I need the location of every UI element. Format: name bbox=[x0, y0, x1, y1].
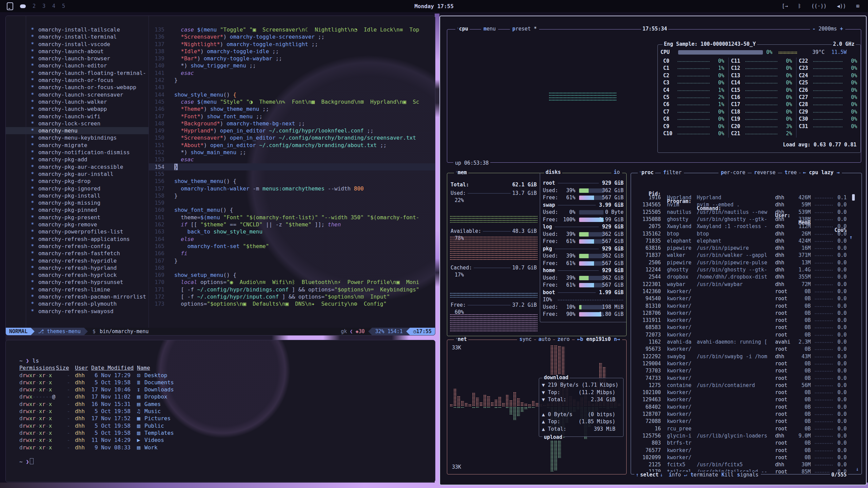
proc-row[interactable]: 2544dropbox/home/dhh/.dropbox-distdhh355… bbox=[636, 273, 859, 281]
code-line[interactable]: 158} bbox=[149, 192, 435, 199]
proc-row[interactable]: 16rcu_preeroot0B0.0 bbox=[636, 425, 859, 432]
file-list-item[interactable]: *omarchy-refresh-swayosd bbox=[6, 308, 149, 315]
file-list-item[interactable]: *omarchy-launch-or-focus bbox=[6, 77, 149, 84]
signals-button[interactable]: signals bbox=[736, 472, 760, 478]
file-list-item[interactable]: *omarchy-refresh-plymouth bbox=[6, 300, 149, 307]
file-list-item[interactable]: *omarchy-refresh-applications bbox=[6, 236, 149, 243]
code-line[interactable]: 163 back_to show_style_menu bbox=[149, 228, 435, 235]
proc-row[interactable]: 122301waybar/usr/bin/waybardhh72M0.0 bbox=[636, 281, 859, 288]
file-list-item[interactable]: *omarchy-launch-or-focus-webapp bbox=[6, 84, 149, 91]
interval-control[interactable]: - 2000ms + bbox=[811, 26, 844, 32]
proc-row[interactable]: 125756glycin-i/usr/lib/glycin-loadersdhh… bbox=[636, 432, 859, 440]
code-line[interactable]: 146 *Theme*) show_theme_menu ;; bbox=[149, 105, 435, 113]
terminal-window-shell[interactable]: ~ ❯ lsPermissionsSizeUserDate ModifiedNa… bbox=[5, 340, 435, 482]
shell-prompt-line[interactable]: ~ ❯ bbox=[19, 458, 432, 465]
code-line[interactable]: 161 theme=$(menu "Font" "$(omarchy-font-… bbox=[149, 214, 435, 221]
terminate-button[interactable]: terminate bbox=[689, 472, 719, 478]
file-list-item[interactable]: *omarchy-pkg-aur-accessible bbox=[6, 163, 149, 170]
proc-row[interactable]: 102100kworker/root0B0.0 bbox=[636, 389, 859, 396]
code-line[interactable]: 145 case $(menu "Style" "◑ Theme\n✎ Font… bbox=[149, 98, 435, 105]
sort-selector[interactable]: ← cpu lazy → bbox=[802, 169, 841, 176]
file-list-item[interactable]: *omarchy-pkg-ignored bbox=[6, 185, 149, 192]
proc-row[interactable]: 128706kworker/root0B0.0 bbox=[636, 310, 859, 317]
select-button[interactable]: select bbox=[640, 472, 658, 478]
code-line[interactable]: 157 omarchy-launch-walker -m menus:omarc… bbox=[149, 185, 435, 192]
file-list-pane[interactable]: *omarchy-install-tailscale*omarchy-insta… bbox=[6, 16, 149, 328]
proc-row[interactable]: 1275containe/usr/bin/containerdroot56M0.… bbox=[636, 382, 859, 389]
code-line[interactable]: 138 *Idle*) omarchy-toggle-idle ;; bbox=[149, 48, 435, 55]
proc-row[interactable]: 102099kworker/root0B0.0 bbox=[636, 454, 859, 461]
proc-row[interactable]: 76577kworker/root0B0.0 bbox=[636, 447, 859, 454]
proc-row[interactable]: 122292swaybg/usr/bin/swaybg -i /homdhh43… bbox=[636, 353, 859, 360]
file-list-item[interactable]: *omarchy-menu bbox=[6, 127, 149, 134]
code-line[interactable]: 155 bbox=[149, 170, 435, 178]
code-line[interactable]: 168 bbox=[149, 264, 435, 271]
code-line[interactable]: 135 case $(menu "Toggle" "▣ Screensaver\… bbox=[149, 26, 435, 33]
reverse-button[interactable]: reverse bbox=[753, 169, 776, 176]
file-list-item[interactable]: *omarchy-pkg-aur-install bbox=[6, 170, 149, 178]
proc-row[interactable]: 68583kworker/root0B0.0 bbox=[636, 324, 859, 331]
proc-row[interactable]: 803btrfs-trroot0B0.0 bbox=[636, 440, 859, 447]
btop-window[interactable]: ¹cpu menu preset * 17:55:34 - 2000ms + E… bbox=[439, 16, 867, 485]
file-list-item[interactable]: *omarchy-refresh-hyprsunset bbox=[6, 279, 149, 286]
preset-button[interactable]: preset * bbox=[511, 26, 538, 32]
tree-button[interactable]: tree bbox=[784, 169, 798, 176]
code-line[interactable]: 171 [ -f ~/.config/hypr/bindings.conf ] … bbox=[149, 286, 435, 293]
code-line[interactable]: 165 omarchy-font-set "$theme" bbox=[149, 243, 435, 250]
code-line[interactable]: 162 if [[ "$theme" == "CNCLD" || -z "$th… bbox=[149, 221, 435, 228]
file-list-item[interactable]: *omarchy-launch-browser bbox=[6, 55, 149, 62]
file-list-item[interactable]: *omarchy-pkg-remove bbox=[6, 221, 149, 228]
proc-row[interactable]: 68402kworker/root0B0.0 bbox=[636, 404, 859, 411]
code-line[interactable]: 143 bbox=[149, 84, 435, 91]
code-line[interactable]: 153 esac bbox=[149, 156, 435, 163]
menu-button[interactable]: menu bbox=[482, 26, 497, 32]
proc-row[interactable]: 63816pipewire/usr/bin/pipewiredhh16M0.0 bbox=[636, 245, 859, 252]
file-list-item[interactable]: *omarchy-install-vscode bbox=[6, 41, 149, 48]
file-list-item[interactable]: *omarchy-pkg-missing bbox=[6, 199, 149, 206]
file-list-item[interactable]: *omarchy-notification-dismiss bbox=[6, 149, 149, 156]
per-core-button[interactable]: per-core bbox=[720, 169, 746, 176]
code-line[interactable]: 148 *Background*) omarchy-theme-bg-next … bbox=[149, 120, 435, 127]
file-list-item[interactable]: *omarchy-pkg-add bbox=[6, 156, 149, 163]
file-list-item[interactable]: *omarchy-refresh-limine bbox=[6, 286, 149, 293]
proc-row[interactable]: 142360kworker/root0B0.0 bbox=[636, 288, 859, 295]
file-list-item[interactable]: *omarchy-install-terminal bbox=[6, 33, 149, 40]
proc-row[interactable]: 1916HyprlandHyprlanddhh426M0.1 bbox=[636, 194, 859, 201]
code-line[interactable]: 160show_font_menu() { bbox=[149, 206, 435, 214]
code-line[interactable]: 142} bbox=[149, 77, 435, 84]
code-line[interactable]: 156show_theme_menu() { bbox=[149, 178, 435, 185]
file-list-item[interactable]: *omarchy-refresh-hyprlock bbox=[6, 271, 149, 279]
file-list-item[interactable]: *omarchy-refresh-hyprland bbox=[6, 264, 149, 271]
file-list-item[interactable]: *omarchy-migrate bbox=[6, 142, 149, 149]
proc-row[interactable]: 129463kworker/root0B0.0 bbox=[636, 396, 859, 403]
proc-row[interactable]: 73703kworker/root0B0.0 bbox=[636, 367, 859, 374]
kill-button[interactable]: Kill bbox=[721, 472, 735, 478]
proc-row[interactable]: 12244ghostty/usr/bin/ghostty --gtk-dhh1.… bbox=[636, 266, 859, 273]
sync-button[interactable]: sync bbox=[518, 336, 533, 342]
code-line[interactable]: 139 *Bar*) omarchy-toggle-waybar ;; bbox=[149, 55, 435, 62]
code-line[interactable]: 172 [ -f ~/.config/hypr/input.conf ] && … bbox=[149, 293, 435, 300]
code-line[interactable]: 169show_setup_menu() { bbox=[149, 271, 435, 279]
filter-button[interactable]: filter bbox=[662, 169, 683, 176]
file-list-item[interactable]: *omarchy-launch-wifi bbox=[6, 113, 149, 120]
io-button[interactable]: io bbox=[613, 169, 621, 175]
code-line[interactable]: 136 *Screensaver*) omarchy-toggle-screen… bbox=[149, 33, 435, 40]
code-line[interactable]: 167} bbox=[149, 257, 435, 264]
proc-row[interactable]: 128707kworker/root0B0.0 bbox=[636, 411, 859, 418]
zero-button[interactable]: zero bbox=[556, 336, 571, 342]
file-list-item[interactable]: *omarchy-refresh-hypridle bbox=[6, 257, 149, 264]
proc-row[interactable]: 71837walker/usr/bin/walker --gappldhh371… bbox=[636, 252, 859, 259]
code-line[interactable]: 150 *Screensaver*) open_in_editor ~/.con… bbox=[149, 134, 435, 141]
file-list-item[interactable]: *omarchy-refresh-pacman-mirrorlist bbox=[6, 293, 149, 300]
proc-row[interactable]: 72073kworker/root0B0.0 bbox=[636, 331, 859, 339]
file-list-item[interactable]: *omarchy-refresh-config bbox=[6, 243, 149, 250]
proc-row[interactable]: 125505nautilus/usr/bin/nautilus --newdhh… bbox=[636, 209, 859, 216]
info-button[interactable]: info ↵ bbox=[668, 472, 688, 478]
file-list-item[interactable]: *omarchy-refresh-fastfetch bbox=[6, 250, 149, 257]
terminal-window-editor[interactable]: *omarchy-install-tailscale*omarchy-insta… bbox=[5, 16, 435, 336]
file-list-item[interactable]: *omarchy-launch-webapp bbox=[6, 105, 149, 113]
file-list-item[interactable]: *omarchy-launch-walker bbox=[6, 98, 149, 105]
proc-row[interactable]: 135162btopbtopdhh26M0.0 bbox=[636, 230, 859, 238]
proc-row[interactable]: 95673kworker/root0B0.0 bbox=[636, 346, 859, 353]
code-line[interactable]: 141 esac bbox=[149, 69, 435, 77]
